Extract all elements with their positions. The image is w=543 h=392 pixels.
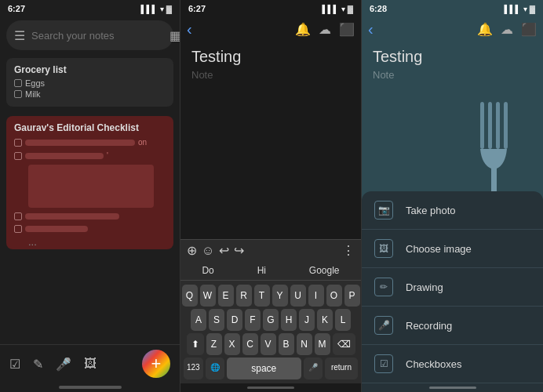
- note-action-icons: 🔔 ☁ ⬛: [295, 22, 355, 37]
- emoji-icon[interactable]: ☺: [202, 244, 214, 258]
- key-return[interactable]: return: [325, 358, 358, 379]
- key-globe[interactable]: 🌐: [206, 358, 224, 379]
- battery-icon-p3: ▓: [530, 5, 535, 13]
- image-menu-icon: 🖼: [374, 239, 393, 258]
- more-options-icon[interactable]: ⋮: [342, 243, 355, 258]
- note-action-icons-p3: 🔔 ☁ ⬛: [477, 22, 537, 37]
- status-bar-p3: 6:28 ▌▌▌ ▾ ▓: [362, 0, 543, 17]
- menu-item-photo[interactable]: 📷 Take photo: [362, 191, 543, 230]
- key-k[interactable]: K: [317, 309, 333, 331]
- key-o[interactable]: O: [326, 285, 342, 307]
- key-u[interactable]: U: [290, 285, 306, 307]
- key-shift[interactable]: ⬆: [187, 333, 204, 355]
- key-l[interactable]: L: [335, 309, 351, 331]
- svg-rect-1: [488, 102, 492, 149]
- suggestion-do[interactable]: Do: [202, 265, 213, 276]
- bell-icon-p2[interactable]: 🔔: [295, 22, 311, 37]
- svg-rect-0: [480, 102, 484, 149]
- key-n[interactable]: N: [297, 333, 312, 355]
- fab-new-note[interactable]: +: [142, 350, 170, 378]
- pencil-icon[interactable]: ✎: [33, 357, 43, 372]
- menu-item-drawing[interactable]: ✏ Drawing: [362, 268, 543, 307]
- wifi-icon-p3: ▾: [523, 5, 527, 13]
- key-123[interactable]: 123: [184, 358, 203, 379]
- editorial-note-card[interactable]: Gaurav's Editorial Checklist on ': [6, 116, 173, 249]
- key-e[interactable]: E: [218, 285, 234, 307]
- grocery-note-card[interactable]: Grocery list Eggs Milk: [6, 58, 173, 107]
- mic-icon[interactable]: 🎤: [56, 357, 71, 372]
- key-f[interactable]: F: [245, 309, 261, 331]
- key-d[interactable]: D: [227, 309, 242, 331]
- search-input[interactable]: [31, 30, 163, 42]
- menu-item-image[interactable]: 🖼 Choose image: [362, 230, 543, 268]
- editor-toolbar-p3: ‹ 🔔 ☁ ⬛: [362, 17, 543, 42]
- keyboard-toolbar: ⊕ ☺ ↩ ↪ ⋮: [180, 239, 361, 261]
- key-backspace[interactable]: ⌫: [333, 333, 355, 355]
- key-r[interactable]: R: [236, 285, 252, 307]
- share-icon-p3[interactable]: ⬛: [521, 22, 537, 37]
- grocery-item-eggs: Eggs: [14, 78, 166, 88]
- mic-menu-icon: 🎤: [374, 316, 393, 335]
- search-bar[interactable]: ☰ ▦ G: [6, 20, 173, 50]
- time-p2: 6:27: [188, 4, 206, 13]
- image-icon[interactable]: 🖼: [84, 357, 97, 371]
- bell-icon-p3[interactable]: 🔔: [477, 22, 493, 37]
- back-button-p2[interactable]: ‹: [187, 20, 192, 38]
- editor-toolbar-p2: ‹ 🔔 ☁ ⬛: [180, 17, 361, 42]
- key-q[interactable]: Q: [182, 285, 198, 307]
- key-c[interactable]: C: [242, 333, 258, 355]
- menu-icon: ☰: [14, 28, 25, 43]
- time-p1: 6:27: [8, 4, 25, 13]
- archive-icon-p2[interactable]: ☁: [319, 22, 331, 37]
- checkbox-icon[interactable]: ☑: [9, 357, 20, 372]
- key-h[interactable]: H: [281, 309, 297, 331]
- drawing-icon: ✏: [374, 278, 393, 296]
- add-formatting-icon[interactable]: ⊕: [187, 243, 197, 258]
- key-g[interactable]: G: [263, 309, 279, 331]
- note-body-p2[interactable]: Note: [191, 69, 350, 81]
- key-row-2: A S D F G H J K L: [184, 309, 358, 331]
- key-b[interactable]: B: [279, 333, 294, 355]
- note-body-p3[interactable]: Note: [373, 69, 532, 81]
- checkbox-eggs[interactable]: [14, 79, 22, 87]
- camera-icon: 📷: [374, 201, 393, 220]
- redo-icon[interactable]: ↪: [234, 243, 244, 258]
- share-icon-p2[interactable]: ⬛: [339, 22, 355, 37]
- key-a[interactable]: A: [191, 309, 206, 331]
- note-title-p2[interactable]: Testing: [191, 48, 350, 66]
- status-icons-p2: ▌▌▌ ▾ ▓: [322, 5, 353, 13]
- key-y[interactable]: Y: [272, 285, 288, 307]
- undo-icon[interactable]: ↩: [219, 243, 229, 258]
- time-p3: 6:28: [370, 4, 387, 13]
- key-x[interactable]: X: [224, 333, 240, 355]
- key-t[interactable]: T: [254, 285, 270, 307]
- key-row-4: 123 🌐 space 🎤 return: [184, 358, 358, 379]
- checkbox-milk[interactable]: [14, 90, 22, 98]
- status-icons-p1: ▌▌▌ ▾ ▓: [140, 5, 172, 13]
- suggestion-hi[interactable]: Hi: [257, 265, 266, 276]
- back-button-p3[interactable]: ‹: [368, 20, 374, 38]
- note-title-p3[interactable]: Testing: [373, 48, 532, 66]
- menu-item-checkboxes[interactable]: ☑ Checkboxes: [362, 345, 543, 383]
- key-v[interactable]: V: [261, 333, 276, 355]
- note-content-p2: Testing Note: [180, 42, 361, 239]
- archive-icon-p3[interactable]: ☁: [501, 22, 513, 37]
- key-m[interactable]: M: [315, 333, 330, 355]
- menu-item-recording[interactable]: 🎤 Recording: [362, 307, 543, 345]
- key-j[interactable]: J: [299, 309, 315, 331]
- suggestion-google[interactable]: Google: [309, 265, 340, 276]
- grocery-item-milk: Milk: [14, 89, 166, 99]
- key-w[interactable]: W: [200, 285, 216, 307]
- panel-note-editor: 6:27 ▌▌▌ ▾ ▓ ‹ 🔔 ☁ ⬛ Testing Note ⊕ ☺ ↩ …: [180, 0, 362, 392]
- key-mic[interactable]: 🎤: [304, 358, 323, 379]
- key-space[interactable]: space: [227, 358, 301, 379]
- blurred-content: on ': [14, 138, 166, 233]
- key-row-1: Q W E R T Y U I O P: [184, 285, 358, 307]
- home-indicator-p2: [247, 387, 294, 389]
- key-s[interactable]: S: [209, 309, 224, 331]
- recording-label: Recording: [406, 320, 452, 332]
- status-bar-p1: 6:27 ▌▌▌ ▾ ▓: [0, 0, 180, 17]
- key-z[interactable]: Z: [206, 333, 222, 355]
- key-i[interactable]: I: [308, 285, 324, 307]
- key-p[interactable]: P: [344, 285, 360, 307]
